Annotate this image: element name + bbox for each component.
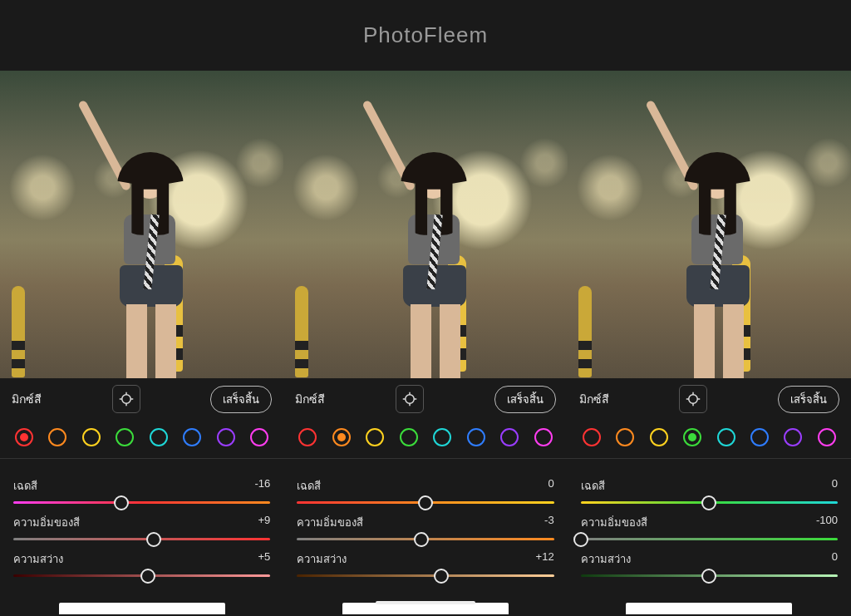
luminance-value: 0 (832, 550, 838, 568)
bottom-strip (59, 603, 225, 614)
divider (283, 458, 567, 459)
color-swatch[interactable] (150, 428, 168, 446)
hue-slider[interactable]: เฉดสี0 (581, 477, 838, 504)
color-swatch[interactable] (400, 428, 418, 446)
color-swatch[interactable] (784, 428, 802, 446)
saturation-label: ความอิ่มของสี (297, 514, 363, 531)
target-icon (402, 392, 417, 407)
done-button[interactable]: เสร็จสิ้น (494, 386, 556, 413)
saturation-slider[interactable]: ความอิ่มของสี+9 (13, 514, 270, 540)
editor-panel: มิกซ์สี เสร็จสิ้นเฉดสี-16ความอิ่มของสี+9… (0, 71, 283, 616)
hue-label: เฉดสี (581, 477, 605, 495)
color-mix-toolbar: มิกซ์สี เสร็จสิ้น (568, 377, 851, 416)
target-adjust-button[interactable] (679, 385, 707, 413)
hue-value: 0 (832, 477, 838, 495)
saturation-thumb[interactable] (573, 532, 588, 547)
color-mix-toolbar: มิกซ์สี เสร็จสิ้น (283, 377, 567, 416)
color-swatch[interactable] (433, 428, 451, 446)
luminance-track[interactable] (297, 574, 553, 577)
luminance-slider[interactable]: ความสว่าง+12 (297, 550, 553, 577)
color-swatch[interactable] (366, 428, 384, 446)
hue-track[interactable] (13, 501, 270, 504)
color-swatch[interactable] (298, 428, 317, 446)
luminance-thumb[interactable] (434, 569, 449, 584)
color-swatch[interactable] (48, 428, 66, 446)
color-swatch[interactable] (183, 428, 201, 446)
target-icon (686, 392, 701, 407)
hue-thumb[interactable] (701, 495, 716, 510)
app-header: PhotoFleem (0, 0, 851, 71)
color-swatch[interactable] (82, 428, 101, 446)
saturation-label: ความอิ่มของสี (581, 514, 647, 531)
color-swatch[interactable] (750, 428, 769, 446)
editor-panel: มิกซ์สี เสร็จสิ้นเฉดสี0ความอิ่มของสี-100… (568, 71, 851, 616)
svg-point-10 (689, 395, 698, 404)
color-swatch[interactable] (467, 428, 485, 446)
color-swatch[interactable] (683, 428, 701, 446)
hue-slider[interactable]: เฉดสี-16 (13, 477, 270, 504)
done-button[interactable]: เสร็จสิ้น (210, 386, 272, 413)
photo-preview (0, 71, 283, 378)
color-swatch[interactable] (534, 428, 553, 446)
color-swatch[interactable] (650, 428, 668, 446)
saturation-slider[interactable]: ความอิ่มของสี-3 (297, 514, 553, 540)
hue-value: 0 (548, 477, 553, 495)
luminance-label: ความสว่าง (581, 550, 631, 568)
color-swatch[interactable] (583, 428, 601, 446)
saturation-thumb[interactable] (146, 532, 161, 547)
color-swatch[interactable] (717, 428, 735, 446)
luminance-slider[interactable]: ความสว่าง+5 (13, 550, 270, 577)
color-swatch[interactable] (616, 428, 634, 446)
color-swatch-row (0, 416, 283, 455)
hue-thumb[interactable] (114, 495, 129, 510)
panels-row: มิกซ์สี เสร็จสิ้นเฉดสี-16ความอิ่มของสี+9… (0, 71, 851, 616)
home-indicator (376, 601, 475, 604)
svg-point-5 (406, 395, 415, 404)
color-swatch[interactable] (500, 428, 519, 446)
done-button[interactable]: เสร็จสิ้น (778, 386, 839, 413)
color-swatch[interactable] (332, 428, 351, 446)
hue-track[interactable] (581, 501, 838, 504)
luminance-track[interactable] (13, 574, 270, 577)
svg-point-0 (121, 395, 130, 404)
bottom-strip (342, 603, 509, 614)
sliders-group: เฉดสี0ความอิ่มของสี-3ความสว่าง+12 (283, 464, 567, 587)
luminance-track[interactable] (581, 574, 838, 577)
saturation-value: -3 (544, 514, 554, 531)
saturation-track[interactable] (581, 538, 838, 540)
hue-thumb[interactable] (418, 495, 433, 510)
saturation-track[interactable] (13, 538, 270, 540)
hue-label: เฉดสี (297, 477, 321, 495)
photo-preview (283, 71, 567, 378)
color-mix-toolbar: มิกซ์สี เสร็จสิ้น (0, 377, 283, 416)
color-mix-label: มิกซ์สี (295, 390, 325, 408)
target-adjust-button[interactable] (396, 385, 424, 413)
color-swatch-row (283, 416, 567, 455)
luminance-label: ความสว่าง (297, 550, 347, 568)
color-swatch[interactable] (15, 428, 33, 446)
target-adjust-button[interactable] (112, 385, 140, 413)
saturation-value: -100 (816, 514, 838, 531)
saturation-label: ความอิ่มของสี (13, 514, 80, 531)
color-swatch[interactable] (818, 428, 836, 446)
sliders-group: เฉดสี-16ความอิ่มของสี+9ความสว่าง+5 (0, 464, 283, 587)
color-swatch[interactable] (250, 428, 268, 446)
sliders-group: เฉดสี0ความอิ่มของสี-100ความสว่าง0 (568, 464, 851, 587)
photo-preview (568, 71, 851, 378)
divider (0, 458, 283, 459)
saturation-thumb[interactable] (414, 532, 429, 547)
target-icon (119, 392, 134, 407)
hue-slider[interactable]: เฉดสี0 (297, 477, 553, 504)
luminance-thumb[interactable] (140, 569, 155, 584)
luminance-thumb[interactable] (701, 569, 716, 584)
luminance-value: +12 (536, 550, 554, 568)
saturation-track[interactable] (297, 538, 553, 540)
luminance-label: ความสว่าง (13, 550, 63, 568)
hue-track[interactable] (297, 501, 553, 504)
luminance-slider[interactable]: ความสว่าง0 (581, 550, 838, 577)
editor-panel: มิกซ์สี เสร็จสิ้นเฉดสี0ความอิ่มของสี-3คว… (283, 71, 567, 616)
bottom-strip (626, 603, 792, 614)
color-swatch[interactable] (116, 428, 134, 446)
saturation-slider[interactable]: ความอิ่มของสี-100 (581, 514, 838, 540)
color-swatch[interactable] (217, 428, 235, 446)
